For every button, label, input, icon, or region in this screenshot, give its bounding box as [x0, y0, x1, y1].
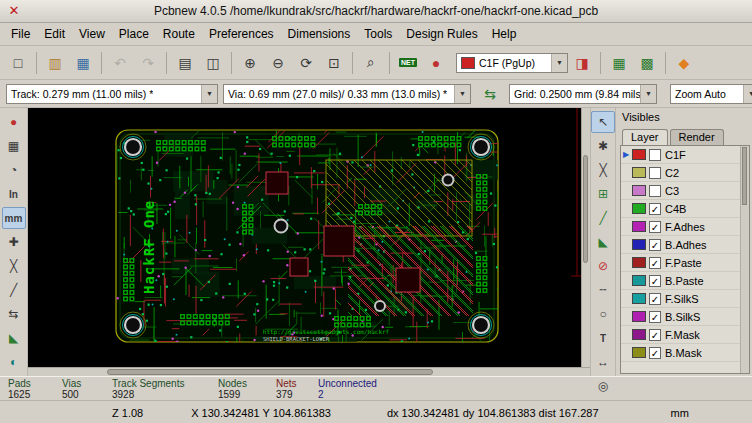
status-field-nets: Nets379 [276, 378, 318, 400]
polar-coords-icon[interactable]: ◔ [2, 159, 26, 181]
layer-row-f-mask[interactable]: ✓F.Mask [621, 326, 749, 344]
layer-visibility-checkbox[interactable]: ✓ [649, 329, 661, 341]
layer-row-b-silks[interactable]: ✓B.SilkS [621, 308, 749, 326]
layer-row-b-paste[interactable]: ✓B.Paste [621, 272, 749, 290]
drc-off-icon[interactable]: ● [2, 111, 26, 133]
menu-view[interactable]: View [72, 24, 112, 44]
layer-color-swatch[interactable] [632, 203, 646, 214]
menu-route[interactable]: Route [156, 24, 202, 44]
auto-delete-track-icon[interactable]: ⇆ [2, 303, 26, 325]
layer-row-c1f[interactable]: ▶C1F [621, 146, 749, 164]
layer-visibility-checkbox[interactable]: ✓ [649, 239, 661, 251]
canvas-horizontal-scrollbar[interactable] [28, 367, 590, 376]
layer-color-swatch[interactable] [632, 293, 646, 304]
open-board-icon[interactable]: ▥ [42, 50, 68, 76]
add-track-icon[interactable]: ╱ [591, 207, 615, 229]
menu-tools[interactable]: Tools [357, 24, 399, 44]
units-mm-icon[interactable]: mm [2, 207, 26, 229]
add-zone-icon[interactable]: ◣ [591, 231, 615, 253]
zone-display-icon[interactable]: ◣ [2, 327, 26, 349]
page-settings-icon[interactable]: ◫ [200, 50, 226, 76]
find-icon[interactable]: ⌕ [358, 50, 384, 76]
layer-color-swatch[interactable] [632, 239, 646, 250]
add-text-icon[interactable]: T [591, 327, 615, 349]
layer-list-scrollbar[interactable] [740, 146, 749, 373]
silkscreen-bottom-label: SHIELD-BRACKET-LOWER [263, 336, 330, 342]
units-inch-icon[interactable]: In [2, 183, 26, 205]
layer-row-f-paste[interactable]: ✓F.Paste [621, 254, 749, 272]
layer-color-swatch[interactable] [632, 275, 646, 286]
layer-visibility-checkbox[interactable]: ✓ [649, 347, 661, 359]
menu-design-rules[interactable]: Design Rules [399, 24, 484, 44]
zoom-dropdown[interactable]: Zoom Auto ▼ [670, 84, 752, 104]
highlight-net-icon[interactable]: ✱ [591, 135, 615, 157]
ratsnest-visibility-icon[interactable]: ╳ [2, 255, 26, 277]
freeroute-icon[interactable]: ◆ [671, 50, 697, 76]
print-icon[interactable]: ▤ [172, 50, 198, 76]
layer-visibility-checkbox[interactable]: ✓ [649, 275, 661, 287]
grid-size-dropdown[interactable]: Grid: 0.2500 mm (9.84 mils) ▼ [509, 84, 657, 104]
layer-color-swatch[interactable] [632, 185, 646, 196]
tab-render[interactable]: Render [670, 129, 724, 145]
new-board-icon[interactable]: □ [5, 50, 31, 76]
menu-file[interactable]: File [4, 24, 37, 44]
layer-pair-icon[interactable]: ◨ [569, 50, 595, 76]
add-footprint-icon[interactable]: ⊞ [591, 183, 615, 205]
zoom-out-icon[interactable]: ⊖ [265, 50, 291, 76]
netlist-icon[interactable]: NET [395, 50, 421, 76]
drc-ladybug-icon[interactable]: ● [423, 50, 449, 76]
zoom-redraw-icon[interactable]: ⟳ [293, 50, 319, 76]
auto-track-width-icon[interactable]: ⇆ [477, 81, 503, 107]
pcb-canvas[interactable]: HackRF Onehttp://greatscottgadgets.com/h… [28, 108, 590, 376]
layer-row-f-adhes[interactable]: ✓F.Adhes [621, 218, 749, 236]
layer-row-c2[interactable]: C2 [621, 164, 749, 182]
menu-dimensions[interactable]: Dimensions [281, 24, 358, 44]
layer-row-c4b[interactable]: ✓C4B [621, 200, 749, 218]
add-circle-icon[interactable]: ○ [591, 303, 615, 325]
save-board-icon[interactable]: ▦ [70, 50, 96, 76]
add-dimension-icon[interactable]: ↔ [591, 351, 615, 373]
layer-row-c3[interactable]: C3 [621, 182, 749, 200]
layer-visibility-checkbox[interactable]: ✓ [649, 221, 661, 233]
layer-color-swatch[interactable] [632, 329, 646, 340]
layer-row-f-silks[interactable]: ✓F.SilkS [621, 290, 749, 308]
high-contrast-icon[interactable]: ◐ [2, 351, 26, 373]
tab-layer[interactable]: Layer [622, 129, 668, 146]
layer-visibility-checkbox[interactable] [649, 149, 661, 161]
add-line-icon[interactable]: ╌ [591, 279, 615, 301]
select-tool-icon[interactable]: ↖ [591, 111, 615, 133]
layer-visibility-checkbox[interactable]: ✓ [649, 311, 661, 323]
grid-visibility-icon[interactable]: ▦ [2, 135, 26, 157]
layer-row-b-adhes[interactable]: ✓B.Adhes [621, 236, 749, 254]
track-mode-icon[interactable]: ▩ [634, 50, 660, 76]
via-size-dropdown[interactable]: Via: 0.69 mm (27.0 mils)/ 0.33 mm (13.0 … [223, 84, 471, 104]
layer-visibility-checkbox[interactable] [649, 167, 661, 179]
pcb-drawing[interactable]: HackRF Onehttp://greatscottgadgets.com/h… [28, 108, 590, 367]
layer-color-swatch[interactable] [632, 347, 646, 358]
add-keepout-icon[interactable]: ⊘ [591, 255, 615, 277]
layer-selector-dropdown[interactable]: C1F (PgUp) ▼ [456, 53, 568, 73]
menu-edit[interactable]: Edit [37, 24, 72, 44]
footprint-mode-icon[interactable]: ▦ [606, 50, 632, 76]
menu-help[interactable]: Help [485, 24, 524, 44]
add-target-icon[interactable]: ◎ [591, 375, 615, 397]
module-ratsnest-icon[interactable]: ╱ [2, 279, 26, 301]
layer-color-swatch[interactable] [632, 167, 646, 178]
cursor-shape-icon[interactable]: ✚ [2, 231, 26, 253]
layer-visibility-checkbox[interactable]: ✓ [649, 257, 661, 269]
menu-place[interactable]: Place [112, 24, 156, 44]
layer-color-swatch[interactable] [632, 311, 646, 322]
layer-visibility-checkbox[interactable]: ✓ [649, 293, 661, 305]
layer-color-swatch[interactable] [632, 221, 646, 232]
track-width-dropdown[interactable]: Track: 0.279 mm (11.00 mils) * ▼ [6, 84, 218, 104]
layer-visibility-checkbox[interactable]: ✓ [649, 203, 661, 215]
local-ratsnest-icon[interactable]: ╳ [591, 159, 615, 181]
zoom-fit-icon[interactable]: ⊡ [321, 50, 347, 76]
layer-row-b-mask[interactable]: ✓B.Mask [621, 344, 749, 362]
menu-preferences[interactable]: Preferences [202, 24, 281, 44]
canvas-vertical-scrollbar[interactable] [581, 108, 590, 367]
layer-color-swatch[interactable] [632, 257, 646, 268]
layer-color-swatch[interactable] [632, 149, 646, 160]
layer-visibility-checkbox[interactable] [649, 185, 661, 197]
zoom-in-icon[interactable]: ⊕ [237, 50, 263, 76]
